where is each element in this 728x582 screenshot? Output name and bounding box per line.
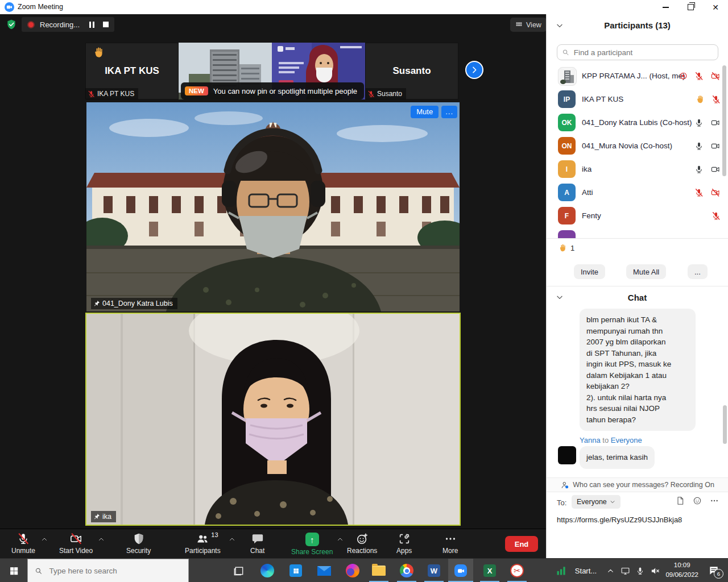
chat-scrollbar[interactable] [723, 405, 727, 444]
mic-muted-icon [712, 95, 721, 104]
avatar: I [558, 160, 576, 178]
chat-button[interactable]: Chat [250, 533, 264, 555]
feature-toast[interactable]: NEW You can now pin or spotlight multipl… [181, 82, 364, 99]
participant-search[interactable] [557, 44, 718, 60]
task-view-button[interactable] [228, 559, 250, 582]
participant-row[interactable]: IP IKA PT KUS [547, 88, 728, 111]
network-tray-button[interactable] [618, 559, 632, 582]
share-options-chevron[interactable] [337, 536, 344, 543]
participant-search-input[interactable] [573, 48, 713, 57]
chrome-button[interactable] [395, 559, 419, 582]
mute-all-button[interactable]: Mute All [626, 264, 666, 279]
side-panel: Participants (13) KPP PRATAMA J... (Host… [546, 14, 728, 558]
participants-options-chevron[interactable] [229, 536, 235, 543]
invite-button[interactable]: Invite [574, 264, 605, 279]
chat-privacy-note[interactable]: Who can see your messages? Recording On [547, 477, 728, 492]
video-tile-ika-pt-kus[interactable]: IKA PT KUS IKA PT KUS [85, 43, 179, 99]
taskbar-search[interactable] [27, 559, 189, 582]
emoji-icon[interactable] [693, 496, 702, 505]
view-button[interactable]: View [510, 18, 547, 32]
participant-row[interactable]: F Fenty [547, 204, 728, 227]
main-video-name-label: 041_Dony Katra Lubis [91, 298, 177, 309]
video-tile-susanto[interactable]: Susanto Susanto [365, 43, 458, 99]
store-button[interactable] [284, 559, 307, 582]
reactions-icon [356, 533, 369, 545]
avatar: ON [558, 137, 576, 155]
mic-muted-icon [694, 188, 704, 197]
view-label: View [526, 21, 541, 29]
apps-button[interactable]: Apps [396, 533, 412, 555]
main-video-dony[interactable]: Mute ... 041_Dony Katra Lubis [86, 102, 460, 311]
start-button[interactable] [0, 559, 27, 582]
participants-scrollbar[interactable] [722, 65, 726, 176]
camera-icon [710, 118, 721, 127]
taskbar-clock[interactable]: 10:09 09/06/2022 [665, 560, 698, 580]
people-icon [195, 533, 210, 545]
chat-message: blm pernah ikut TA & mempunyai rumah thn… [580, 309, 696, 431]
unmute-button[interactable]: Unmute [11, 533, 35, 555]
participant-row[interactable]: A Atti [547, 181, 728, 204]
word-button[interactable]: W [422, 559, 446, 582]
snip-icon: ✂ [510, 564, 524, 577]
window-title: Zoom Meeting [18, 0, 63, 14]
participant-row-partial[interactable] [547, 227, 728, 238]
participant-row[interactable]: I ika [547, 157, 728, 181]
zoom-app-button[interactable] [448, 559, 473, 582]
close-button[interactable]: ✕ [703, 0, 728, 14]
security-button[interactable]: Security [126, 533, 151, 555]
mic-tray-button[interactable] [632, 559, 647, 582]
search-icon [562, 48, 569, 56]
participants-button[interactable]: 13 Participants [185, 533, 221, 555]
participant-more-button[interactable]: ... [441, 106, 457, 118]
reactions-button[interactable]: Reactions [347, 533, 377, 555]
volume-muted-icon [650, 566, 660, 576]
firefox-button[interactable] [341, 559, 364, 582]
edge-button[interactable] [256, 559, 279, 582]
mail-button[interactable] [313, 559, 336, 582]
participant-row[interactable]: OK 041_Dony Katra Lubis (Co-host) [547, 111, 728, 134]
participants-list: KPP PRATAMA J... (Host, me) IP IKA PT KU… [547, 64, 728, 238]
pause-recording-button[interactable] [89, 22, 94, 28]
video-options-chevron[interactable] [98, 536, 105, 543]
chat-recipient-dropdown[interactable]: Everyone [572, 495, 621, 509]
restore-button[interactable] [678, 0, 703, 14]
encryption-shield-icon [6, 19, 17, 30]
unmute-options-chevron[interactable] [41, 536, 48, 543]
stop-recording-button[interactable] [103, 22, 109, 27]
file-attach-icon[interactable] [676, 496, 685, 505]
participant-row[interactable]: KPP PRATAMA J... (Host, me) [547, 64, 728, 88]
next-videos-arrow-button[interactable] [465, 61, 483, 79]
participants-title: Participants (13) [547, 20, 728, 30]
edge-icon [260, 564, 274, 577]
chat-draft-text[interactable]: https://forms.gle/RysUZz9USJJnBkja8 [557, 516, 682, 524]
more-button[interactable]: More [442, 533, 458, 555]
windows-start-icon [9, 566, 19, 576]
clock-date: 09/06/2022 [665, 570, 698, 580]
snip-button[interactable]: ✂ [505, 559, 529, 582]
active-speaker-video-ika[interactable]: ika [85, 313, 461, 526]
volume-tray-button[interactable] [647, 559, 662, 582]
file-explorer-button[interactable] [367, 559, 391, 582]
participant-row[interactable]: ON 041_Mura Novia (Co-host) [547, 134, 728, 157]
participants-more-button[interactable]: ... [688, 264, 708, 279]
file-explorer-icon [372, 566, 386, 576]
taskbar-search-input[interactable] [48, 566, 181, 576]
ika-video-scene [86, 314, 460, 525]
mute-participant-button[interactable]: Mute [411, 106, 439, 118]
avatar [558, 67, 577, 86]
windows-taskbar: W X ✂ Start... 10:09 09/06/2022 6 [0, 558, 728, 582]
firefox-icon [346, 564, 359, 577]
chat-more-icon[interactable] [710, 496, 719, 505]
minimize-button[interactable] [653, 0, 678, 14]
end-meeting-button[interactable]: End [505, 536, 538, 552]
stocks-tray-button[interactable] [553, 559, 570, 582]
toast-text: You can now pin or spotlight multiple pe… [213, 87, 357, 95]
share-screen-button[interactable]: ↑ Share Screen [291, 533, 333, 556]
tray-app-label[interactable]: Start... [570, 559, 602, 582]
start-video-button[interactable]: Start Video [59, 533, 93, 555]
share-screen-icon: ↑ [305, 533, 319, 546]
mic-icon [694, 118, 704, 127]
tray-expand-chevron[interactable] [603, 559, 618, 582]
action-center-button[interactable]: 6 [704, 559, 723, 582]
excel-button[interactable]: X [478, 559, 502, 582]
